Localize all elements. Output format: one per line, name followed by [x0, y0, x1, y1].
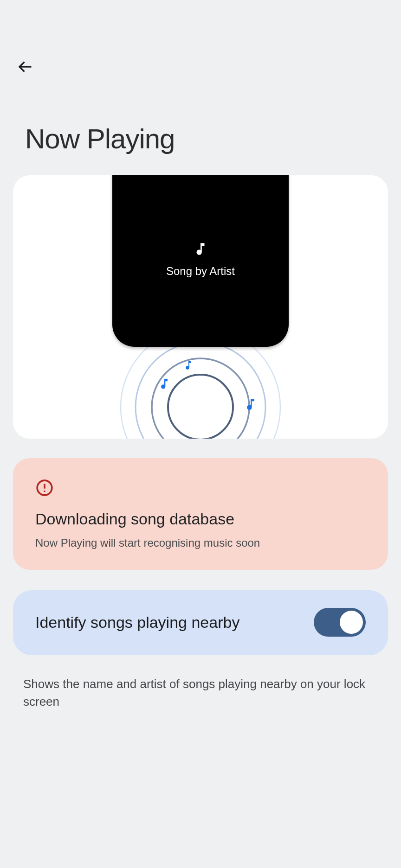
back-button[interactable]: [14, 56, 36, 78]
page-title: Now Playing: [25, 123, 401, 155]
hero-caption: Song by Artist: [166, 265, 235, 278]
error-icon: [35, 479, 54, 497]
toggle-switch[interactable]: [314, 608, 366, 637]
phone-illustration: Song by Artist: [112, 175, 289, 347]
illustration-card: Song by Artist: [13, 175, 388, 439]
alert-title: Downloading song database: [35, 510, 366, 528]
music-note-icon: [158, 377, 171, 395]
identify-toggle-row[interactable]: Identify songs playing nearby: [13, 590, 388, 655]
music-note-icon: [183, 359, 194, 375]
toggle-thumb: [340, 611, 363, 634]
description-text: Shows the name and artist of songs playi…: [23, 676, 378, 710]
svg-point-3: [136, 342, 265, 439]
arrow-left-icon: [17, 58, 33, 75]
svg-point-1: [168, 375, 233, 439]
status-alert: Downloading song database Now Playing wi…: [13, 458, 388, 570]
alert-subtitle: Now Playing will start recognising music…: [35, 536, 366, 550]
music-note-icon: [193, 240, 208, 258]
toggle-label: Identify songs playing nearby: [35, 613, 239, 632]
svg-point-2: [152, 358, 249, 439]
music-note-icon: [243, 396, 258, 417]
svg-point-7: [44, 491, 45, 492]
